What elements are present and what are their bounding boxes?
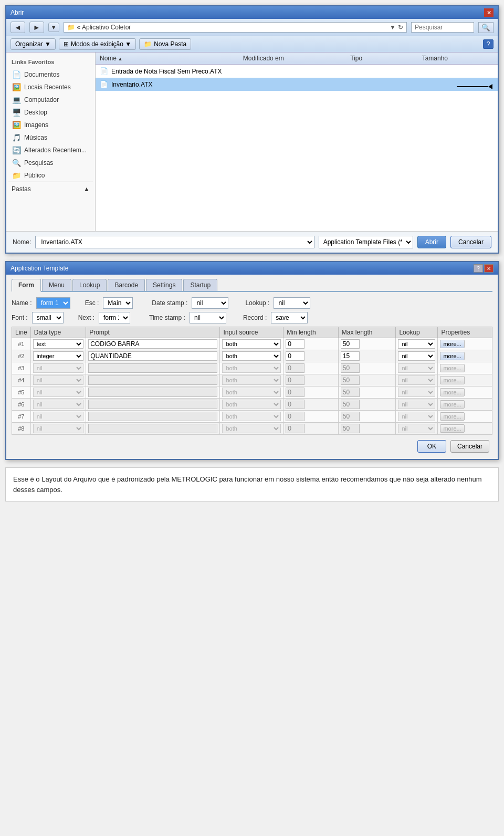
cell-prompt-2[interactable] xyxy=(86,350,220,362)
view-mode-button[interactable]: ⊞ Modos de exibição ▼ xyxy=(59,38,136,50)
cell-inputsrc-1[interactable]: both xyxy=(220,338,284,350)
cell-prompt-1[interactable] xyxy=(86,338,220,350)
esc-select[interactable]: Main xyxy=(103,297,133,309)
record-select[interactable]: save xyxy=(271,312,308,323)
cell-lookup-5: nil xyxy=(396,386,438,399)
datatype-select-1[interactable]: text xyxy=(33,339,83,349)
file-item[interactable]: 📄 Inventario.ATX xyxy=(96,78,498,91)
sidebar-item-musicas[interactable]: 🎵 Músicas xyxy=(8,131,93,144)
sidebar-item-label: Pesquisas xyxy=(24,159,53,166)
maxlen-input-1[interactable] xyxy=(341,339,360,349)
maxlen-input-2[interactable] xyxy=(341,351,360,361)
lookup-select-top[interactable]: nil xyxy=(274,297,310,309)
sidebar-item-alterados[interactable]: 🔄 Alterados Recentem... xyxy=(8,144,93,156)
sidebar-item-locais[interactable]: 🖼️ Locais Recentes xyxy=(8,81,93,93)
cell-minlen-2[interactable] xyxy=(284,350,339,362)
cell-lookup-2[interactable]: nil xyxy=(396,350,438,362)
lookup-select-8: nil xyxy=(398,424,435,433)
minlen-input-1[interactable] xyxy=(286,339,304,349)
search-input[interactable] xyxy=(411,22,474,33)
font-select[interactable]: small xyxy=(32,312,64,323)
next-select[interactable]: form 1 xyxy=(99,312,130,323)
sidebar-item-pesquisas[interactable]: 🔍 Pesquisas xyxy=(8,156,93,169)
sidebar-item-publico[interactable]: 📁 Público xyxy=(8,169,93,182)
app-dialog-content: Form Menu Lookup Barcode Settings Startu… xyxy=(6,275,498,459)
note-text: Esse é o Layout do Arquivo que é padroni… xyxy=(13,475,481,494)
sidebar-item-desktop[interactable]: 🖥️ Desktop xyxy=(8,106,93,119)
col-name-header[interactable]: Nome xyxy=(100,55,243,62)
col-modified-header[interactable]: Modificado em xyxy=(243,55,351,62)
cell-maxlen-1[interactable] xyxy=(338,338,396,350)
cell-lookup-8: nil xyxy=(396,423,438,435)
col-size-header[interactable]: Tamanho xyxy=(422,55,494,62)
nav-forward-button[interactable]: ► xyxy=(29,22,44,33)
help-button[interactable]: ? xyxy=(483,39,494,49)
nav-up-button[interactable]: ▼ xyxy=(48,23,59,32)
cell-datatype-2[interactable]: integer xyxy=(30,350,86,362)
view-mode-label: Modos de exibição ▼ xyxy=(71,40,131,48)
tab-settings[interactable]: Settings xyxy=(146,279,182,291)
title-close-button[interactable]: ✕ xyxy=(484,264,494,273)
tab-startup[interactable]: Startup xyxy=(183,279,217,291)
path-dropdown-icon[interactable]: ▼ xyxy=(390,24,396,31)
time-stamp-select[interactable]: nil xyxy=(190,312,226,323)
minlen-input-2[interactable] xyxy=(286,351,304,361)
title-help-button[interactable]: ? xyxy=(474,264,483,273)
prompt-input-2[interactable] xyxy=(88,351,217,361)
row-line-7: #7 xyxy=(12,411,31,423)
cell-minlen-1[interactable] xyxy=(284,338,339,350)
lookup-select-6: nil xyxy=(398,400,435,409)
footer-open-button[interactable]: Abrir xyxy=(417,236,446,248)
sidebar-item-label: Público xyxy=(24,172,45,179)
pastas-chevron-icon[interactable]: ▲ xyxy=(83,185,90,193)
sidebar-item-computador[interactable]: 💻 Computador xyxy=(8,93,93,106)
ok-button[interactable]: OK xyxy=(417,440,446,453)
organize-button[interactable]: Organizar ▼ xyxy=(10,38,56,50)
more-button-2[interactable]: more... xyxy=(440,352,464,360)
footer-type-select[interactable]: Application Template Files (*. xyxy=(319,236,413,248)
tab-form[interactable]: Form xyxy=(12,279,41,292)
prompt-input-1[interactable] xyxy=(88,339,217,349)
footer-cancel-button[interactable]: Cancelar xyxy=(450,236,491,248)
table-row: #5 nil both xyxy=(12,386,492,399)
inputsrc-select-2[interactable]: both xyxy=(222,351,281,361)
inputsrc-select-1[interactable]: both xyxy=(222,339,281,349)
sidebar-item-documentos[interactable]: 📄 Documentos xyxy=(8,68,93,81)
row-line-5: #5 xyxy=(12,386,31,399)
file-name: Inventario.ATX xyxy=(111,81,152,88)
lookup-select-2[interactable]: nil xyxy=(398,351,435,361)
datatype-select-2[interactable]: integer xyxy=(33,351,83,361)
cell-more-1[interactable]: more... xyxy=(438,338,492,350)
file-dialog-close-button[interactable]: ✕ xyxy=(484,8,494,17)
cancel-button[interactable]: Cancelar xyxy=(450,440,489,453)
lookup-select-1[interactable]: nil xyxy=(398,339,435,349)
cell-maxlen-3 xyxy=(338,362,396,374)
lookup-select-5: nil xyxy=(398,388,435,397)
tab-menu[interactable]: Menu xyxy=(42,279,71,291)
more-button-1[interactable]: more... xyxy=(440,340,464,348)
sidebar-item-imagens[interactable]: 🖼️ Imagens xyxy=(8,119,93,131)
footer-name-select[interactable]: Inventario.ATX xyxy=(35,236,314,248)
view-mode-icon: ⊞ xyxy=(64,40,69,48)
cell-datatype-1[interactable]: text xyxy=(30,338,86,350)
date-stamp-select[interactable]: nil xyxy=(192,297,228,309)
maxlen-input-5 xyxy=(341,388,360,397)
col-type-header[interactable]: Tipo xyxy=(350,55,422,62)
cell-maxlen-2[interactable] xyxy=(338,350,396,362)
name-select[interactable]: form 1 xyxy=(36,297,70,309)
tab-lookup[interactable]: Lookup xyxy=(72,279,107,291)
new-folder-icon: 📁 xyxy=(144,40,152,48)
cell-more-2[interactable]: more... xyxy=(438,350,492,362)
cell-inputsrc-2[interactable]: both xyxy=(220,350,284,362)
cell-more-7: more... xyxy=(438,411,492,423)
cell-lookup-1[interactable]: nil xyxy=(396,338,438,350)
search-button[interactable]: 🔍 xyxy=(478,22,494,33)
minlen-input-3 xyxy=(286,363,304,373)
path-refresh-icon[interactable]: ↻ xyxy=(398,24,403,31)
new-folder-button[interactable]: 📁 Nova Pasta xyxy=(139,38,191,50)
tab-barcode[interactable]: Barcode xyxy=(108,279,145,291)
publico-icon: 📁 xyxy=(12,171,21,180)
nav-back-button[interactable]: ◄ xyxy=(10,22,25,33)
cell-prompt-5 xyxy=(86,386,220,399)
file-item[interactable]: 📄 Entrada de Nota Fiscal Sem Preco.ATX xyxy=(96,65,498,78)
